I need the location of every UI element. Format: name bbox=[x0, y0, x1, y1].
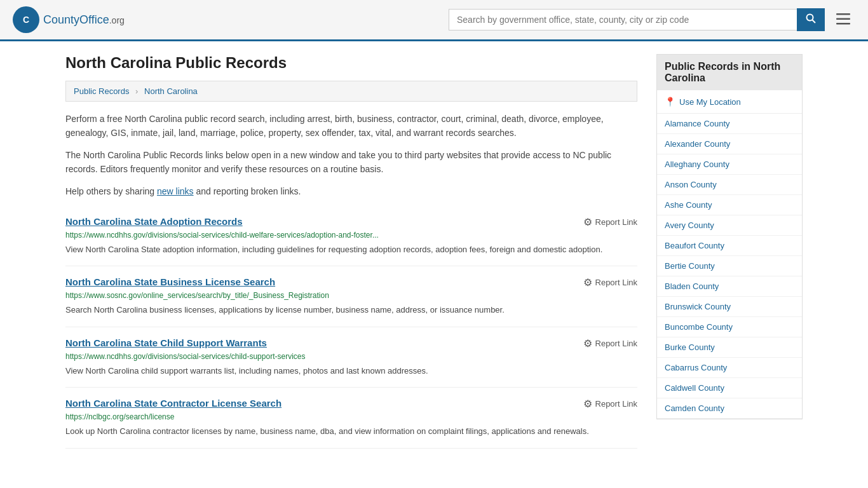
logo-icon: C bbox=[13, 6, 39, 33]
svg-rect-4 bbox=[836, 13, 850, 15]
sidebar-county-beaufort-county[interactable]: Beaufort County bbox=[657, 236, 802, 256]
new-links-link[interactable]: new links bbox=[157, 186, 194, 196]
intro-paragraph-2: The North Carolina Public Records links … bbox=[65, 148, 637, 177]
report-link-0[interactable]: ⚙ Report Link bbox=[583, 216, 637, 228]
record-desc-1: Search North Carolina business licenses,… bbox=[65, 304, 637, 316]
records-container: North Carolina State Adoption Records ⚙ … bbox=[65, 206, 637, 449]
report-icon: ⚙ bbox=[583, 337, 592, 349]
svg-rect-6 bbox=[836, 23, 850, 25]
report-link-3[interactable]: ⚙ Report Link bbox=[583, 398, 637, 410]
svg-line-3 bbox=[813, 20, 816, 24]
use-my-location-label: Use My Location bbox=[679, 97, 741, 107]
breadcrumb-link-public-records[interactable]: Public Records bbox=[74, 86, 129, 96]
record-header: North Carolina State Adoption Records ⚙ … bbox=[65, 216, 637, 228]
content-area: North Carolina Public Records Public Rec… bbox=[65, 54, 637, 449]
search-input[interactable] bbox=[449, 9, 797, 30]
record-desc-0: View North Carolina State adoption infor… bbox=[65, 243, 637, 256]
hamburger-menu-button[interactable] bbox=[831, 8, 855, 31]
record-desc-3: Look up North Carolina contractor licens… bbox=[65, 425, 637, 438]
record-url-3[interactable]: https://nclbgc.org/search/license bbox=[65, 412, 637, 421]
sidebar-county-buncombe-county[interactable]: Buncombe County bbox=[657, 317, 802, 337]
logo-text: CountyOffice.org bbox=[43, 13, 125, 27]
record-header: North Carolina State Contractor License … bbox=[65, 398, 637, 410]
record-url-2[interactable]: https://www.ncdhhs.gov/divisions/social-… bbox=[65, 352, 637, 361]
page-title: North Carolina Public Records bbox=[65, 54, 637, 72]
sidebar-county-camden-county[interactable]: Camden County bbox=[657, 398, 802, 419]
breadcrumb-link-north-carolina[interactable]: North Carolina bbox=[144, 86, 198, 96]
sidebar-county-anson-county[interactable]: Anson County bbox=[657, 175, 802, 195]
sidebar-box: Public Records in North Carolina 📍 Use M… bbox=[656, 54, 803, 419]
breadcrumb: Public Records › North Carolina bbox=[65, 81, 637, 102]
sidebar-county-bertie-county[interactable]: Bertie County bbox=[657, 256, 802, 276]
record-card: North Carolina State Contractor License … bbox=[65, 388, 637, 449]
sidebar-county-alleghany-county[interactable]: Alleghany County bbox=[657, 154, 802, 175]
record-header: North Carolina State Child Support Warra… bbox=[65, 337, 637, 349]
record-card: North Carolina State Child Support Warra… bbox=[65, 327, 637, 388]
search-area bbox=[449, 8, 855, 31]
sidebar-county-alexander-county[interactable]: Alexander County bbox=[657, 134, 802, 154]
sidebar-county-caldwell-county[interactable]: Caldwell County bbox=[657, 378, 802, 398]
record-title-1[interactable]: North Carolina State Business License Se… bbox=[65, 276, 275, 287]
sidebar-county-ashe-county[interactable]: Ashe County bbox=[657, 195, 802, 215]
record-title-0[interactable]: North Carolina State Adoption Records bbox=[65, 216, 243, 227]
report-icon: ⚙ bbox=[583, 276, 592, 288]
sidebar-title: Public Records in North Carolina bbox=[657, 55, 802, 90]
record-url-0[interactable]: https://www.ncdhhs.gov/divisions/social-… bbox=[65, 231, 637, 240]
svg-point-2 bbox=[807, 15, 813, 21]
pin-icon: 📍 bbox=[665, 97, 675, 107]
record-title-3[interactable]: North Carolina State Contractor License … bbox=[65, 398, 281, 409]
record-url-1[interactable]: https://www.sosnc.gov/online_services/se… bbox=[65, 291, 637, 300]
report-link-2[interactable]: ⚙ Report Link bbox=[583, 337, 637, 349]
site-logo[interactable]: C CountyOffice.org bbox=[13, 6, 125, 33]
svg-rect-5 bbox=[836, 18, 850, 20]
record-title-2[interactable]: North Carolina State Child Support Warra… bbox=[65, 337, 267, 348]
sidebar-county-cabarrus-county[interactable]: Cabarrus County bbox=[657, 358, 802, 378]
sidebar-county-brunswick-county[interactable]: Brunswick County bbox=[657, 297, 802, 317]
sidebar-county-burke-county[interactable]: Burke County bbox=[657, 337, 802, 358]
intro-paragraph-3: Help others by sharing new links and rep… bbox=[65, 184, 637, 198]
sidebar-county-alamance-county[interactable]: Alamance County bbox=[657, 114, 802, 134]
record-card: North Carolina State Business License Se… bbox=[65, 266, 637, 327]
record-header: North Carolina State Business License Se… bbox=[65, 276, 637, 288]
search-button[interactable] bbox=[797, 8, 825, 31]
report-icon: ⚙ bbox=[583, 216, 592, 228]
county-list: Alamance CountyAlexander CountyAlleghany… bbox=[657, 114, 802, 419]
site-header: C CountyOffice.org bbox=[0, 0, 868, 41]
use-my-location-button[interactable]: 📍 Use My Location bbox=[657, 90, 802, 114]
svg-text:C: C bbox=[23, 15, 29, 25]
sidebar: Public Records in North Carolina 📍 Use M… bbox=[656, 54, 803, 449]
report-icon: ⚙ bbox=[583, 398, 592, 410]
report-link-1[interactable]: ⚙ Report Link bbox=[583, 276, 637, 288]
sidebar-county-avery-county[interactable]: Avery County bbox=[657, 215, 802, 236]
record-desc-2: View North Carolina child support warran… bbox=[65, 365, 637, 377]
record-card: North Carolina State Adoption Records ⚙ … bbox=[65, 206, 637, 267]
main-container: North Carolina Public Records Public Rec… bbox=[53, 41, 815, 461]
sidebar-county-bladen-county[interactable]: Bladen County bbox=[657, 276, 802, 297]
intro-paragraph-1: Perform a free North Carolina public rec… bbox=[65, 112, 637, 140]
